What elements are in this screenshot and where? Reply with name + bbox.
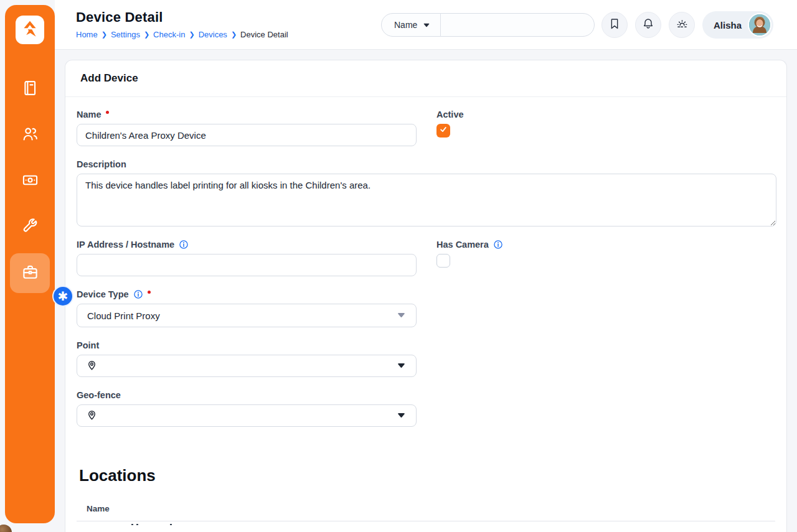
has-camera-checkbox[interactable] xyxy=(436,254,450,268)
point-picker[interactable] xyxy=(77,355,417,377)
device-detail-card: Add Device Name Active xyxy=(65,60,787,532)
app-logo[interactable] xyxy=(16,16,44,44)
geofence-picker[interactable] xyxy=(77,404,417,427)
sunrise-icon xyxy=(676,17,689,33)
breadcrumb-separator: ❯ xyxy=(144,30,149,39)
theme-button[interactable] xyxy=(669,12,695,38)
notifications-button[interactable] xyxy=(635,12,661,38)
info-icon[interactable] xyxy=(179,240,189,250)
bookmarks-button[interactable] xyxy=(601,12,628,38)
map-pin-icon xyxy=(86,359,98,373)
corner-avatar[interactable] xyxy=(0,525,12,532)
sidebar-item-people[interactable] xyxy=(10,115,50,155)
sidebar-nav xyxy=(5,69,55,299)
breadcrumb-devices[interactable]: Devices xyxy=(199,30,227,39)
breadcrumb-separator: ❯ xyxy=(231,30,237,39)
tour-asterisk-badge[interactable]: ✱ xyxy=(52,286,73,307)
search-filter-dropdown[interactable]: Name xyxy=(382,14,440,36)
info-icon[interactable] xyxy=(493,240,503,250)
people-icon xyxy=(22,126,39,145)
device-type-label: Device Type xyxy=(77,289,417,299)
description-label: Description xyxy=(77,159,775,169)
ip-label: IP Address / Hostname xyxy=(77,240,417,250)
active-label: Active xyxy=(436,110,775,119)
chevron-down-icon xyxy=(423,19,430,30)
user-name: Alisha xyxy=(714,20,742,30)
geofence-field-group: Geo-fence xyxy=(77,390,417,427)
page-title: Device Detail xyxy=(76,9,163,26)
breadcrumb-checkin[interactable]: Check-in xyxy=(153,30,185,39)
breadcrumb: Home ❯ Settings ❯ Check-in ❯ Devices ❯ D… xyxy=(76,30,288,39)
smart-search: Name xyxy=(381,13,595,37)
search-input[interactable] xyxy=(441,14,594,36)
rock-logo-icon xyxy=(20,19,40,41)
chevron-down-icon xyxy=(397,360,406,371)
name-input[interactable] xyxy=(77,124,417,146)
map-pin-icon xyxy=(86,409,98,423)
breadcrumb-current: Device Detail xyxy=(240,30,288,39)
briefcase-icon xyxy=(22,264,39,283)
locations-column-header-name: Name xyxy=(77,504,775,513)
geofence-label: Geo-fence xyxy=(77,390,417,400)
bookmark-icon xyxy=(608,17,621,32)
card-header: Add Device xyxy=(65,60,786,97)
description-textarea[interactable]: This device handles label printing for a… xyxy=(77,174,776,226)
main-content: Add Device Name Active xyxy=(55,50,797,532)
user-menu[interactable]: Alisha xyxy=(702,11,773,39)
info-icon[interactable] xyxy=(133,289,143,299)
device-type-select[interactable]: Cloud Print Proxy xyxy=(77,304,417,327)
sidebar-item-work[interactable] xyxy=(10,253,50,293)
topbar: Device Detail Home ❯ Settings ❯ Check-in… xyxy=(55,0,797,50)
name-field-group: Name xyxy=(77,110,417,146)
sidebar-item-finance[interactable] xyxy=(10,161,50,201)
name-label: Name xyxy=(77,110,417,119)
breadcrumb-settings[interactable]: Settings xyxy=(111,30,140,39)
bell-icon xyxy=(642,17,654,32)
required-indicator xyxy=(148,291,151,294)
asterisk-icon: ✱ xyxy=(58,289,68,304)
card-body: Name Active xyxy=(65,97,786,525)
sidebar-item-tools[interactable] xyxy=(10,207,50,247)
avatar xyxy=(748,13,771,37)
has-camera-field-group: Has Camera xyxy=(436,240,775,268)
cash-icon xyxy=(22,172,39,191)
required-indicator xyxy=(106,111,109,114)
active-field-group: Active xyxy=(436,110,775,138)
sidebar-item-pages[interactable] xyxy=(10,69,50,109)
locations-heading: Locations xyxy=(79,466,775,485)
point-label: Point xyxy=(77,340,417,350)
device-type-value: Cloud Print Proxy xyxy=(87,310,160,321)
chevron-down-icon xyxy=(397,310,406,321)
ip-input[interactable] xyxy=(77,254,417,276)
check-icon xyxy=(439,125,448,136)
breadcrumb-separator: ❯ xyxy=(189,30,194,39)
ip-field-group: IP Address / Hostname xyxy=(77,240,417,276)
notebook-icon xyxy=(22,80,39,99)
has-camera-label: Has Camera xyxy=(436,240,775,250)
device-type-field-group: Device Type Cloud Print Proxy xyxy=(77,289,417,327)
sidebar xyxy=(5,5,55,523)
point-field-group: Point xyxy=(77,340,417,377)
active-checkbox[interactable] xyxy=(436,124,450,138)
card-title: Add Device xyxy=(80,72,138,85)
search-filter-label: Name xyxy=(394,20,417,30)
description-field-group: Description This device handles label pr… xyxy=(77,159,775,226)
chevron-down-icon xyxy=(397,410,406,421)
breadcrumb-home[interactable]: Home xyxy=(76,30,98,39)
wrench-icon xyxy=(22,218,39,237)
clipped-table-row xyxy=(77,521,775,525)
breadcrumb-separator: ❯ xyxy=(101,30,107,39)
